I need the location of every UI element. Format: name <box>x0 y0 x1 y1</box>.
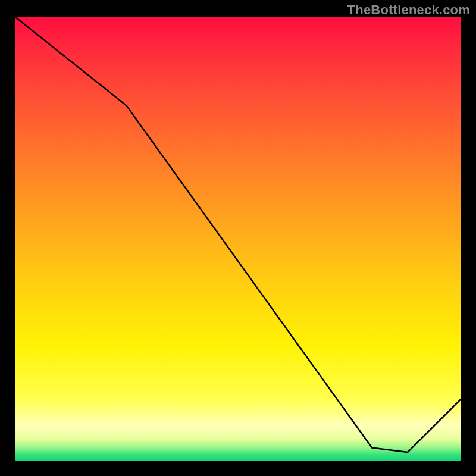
plot-area <box>15 17 461 461</box>
frame-border <box>6 461 470 470</box>
frame-border <box>461 17 470 470</box>
chart-stage: TheBottleneck.com <box>0 0 476 476</box>
attribution-text: TheBottleneck.com <box>347 2 470 18</box>
frame-border <box>6 17 15 470</box>
